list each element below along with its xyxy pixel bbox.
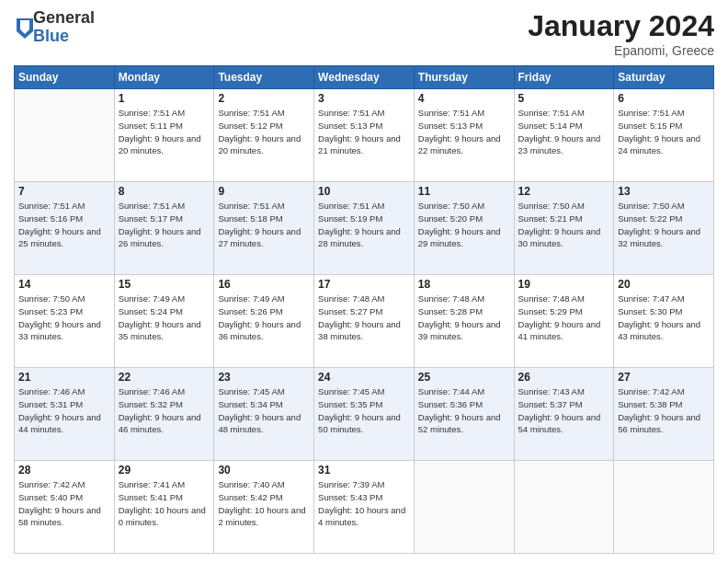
day-number: 30 [218,464,310,477]
logo-blue-text: Blue [33,28,95,46]
table-row: 17Sunrise: 7:48 AMSunset: 5:27 PMDayligh… [314,275,415,368]
day-number: 25 [418,371,510,384]
logo-text: General Blue [33,9,95,46]
table-row: 23Sunrise: 7:45 AMSunset: 5:34 PMDayligh… [214,368,314,461]
day-number: 2 [218,92,310,105]
table-row: 27Sunrise: 7:42 AMSunset: 5:38 PMDayligh… [614,368,714,461]
day-number: 7 [18,185,110,198]
table-row: 6Sunrise: 7:51 AMSunset: 5:15 PMDaylight… [614,89,714,182]
day-number: 24 [318,371,410,384]
day-info: Sunrise: 7:40 AMSunset: 5:42 PMDaylight:… [218,478,310,529]
page: General Blue January 2024 Epanomi, Greec… [0,0,728,563]
col-wednesday: Wednesday [314,66,415,89]
title-area: January 2024 Epanomi, Greece [528,9,714,58]
day-info: Sunrise: 7:51 AMSunset: 5:15 PMDaylight:… [618,107,710,157]
table-row: 22Sunrise: 7:46 AMSunset: 5:32 PMDayligh… [114,368,214,461]
day-number: 31 [318,464,410,477]
calendar-location: Epanomi, Greece [528,43,714,58]
day-number: 23 [218,371,310,384]
table-row: 8Sunrise: 7:51 AMSunset: 5:17 PMDaylight… [114,182,214,275]
day-number: 4 [418,92,510,105]
day-info: Sunrise: 7:50 AMSunset: 5:22 PMDaylight:… [618,200,710,250]
day-info: Sunrise: 7:48 AMSunset: 5:27 PMDaylight:… [318,293,410,343]
day-info: Sunrise: 7:50 AMSunset: 5:21 PMDaylight:… [518,200,610,250]
day-number: 12 [518,185,610,198]
table-row: 3Sunrise: 7:51 AMSunset: 5:13 PMDaylight… [314,89,415,182]
day-info: Sunrise: 7:45 AMSunset: 5:34 PMDaylight:… [218,385,310,436]
table-row [614,461,714,554]
day-number: 17 [318,278,410,291]
table-row: 4Sunrise: 7:51 AMSunset: 5:13 PMDaylight… [414,89,514,182]
day-info: Sunrise: 7:48 AMSunset: 5:28 PMDaylight:… [418,293,510,343]
calendar-week-row: 28Sunrise: 7:42 AMSunset: 5:40 PMDayligh… [15,461,714,554]
table-row [514,461,614,554]
logo-general-text: General [33,9,95,28]
day-info: Sunrise: 7:51 AMSunset: 5:19 PMDaylight:… [318,200,410,250]
day-info: Sunrise: 7:45 AMSunset: 5:35 PMDaylight:… [318,385,410,436]
table-row: 24Sunrise: 7:45 AMSunset: 5:35 PMDayligh… [314,368,415,461]
col-monday: Monday [114,66,214,89]
day-number: 13 [618,185,710,198]
table-row: 10Sunrise: 7:51 AMSunset: 5:19 PMDayligh… [314,182,415,275]
table-row: 15Sunrise: 7:49 AMSunset: 5:24 PMDayligh… [114,275,214,368]
day-info: Sunrise: 7:42 AMSunset: 5:38 PMDaylight:… [618,385,710,436]
day-number: 21 [18,371,110,384]
day-info: Sunrise: 7:51 AMSunset: 5:12 PMDaylight:… [218,107,310,157]
header-row: Sunday Monday Tuesday Wednesday Thursday… [15,66,714,89]
calendar-title: January 2024 [528,9,714,43]
day-info: Sunrise: 7:48 AMSunset: 5:29 PMDaylight:… [518,293,610,343]
table-row: 1Sunrise: 7:51 AMSunset: 5:11 PMDaylight… [114,89,214,182]
calendar-week-row: 1Sunrise: 7:51 AMSunset: 5:11 PMDaylight… [15,89,714,182]
table-row: 11Sunrise: 7:50 AMSunset: 5:20 PMDayligh… [414,182,514,275]
day-info: Sunrise: 7:51 AMSunset: 5:13 PMDaylight:… [318,107,410,157]
day-number: 22 [119,371,210,384]
table-row: 28Sunrise: 7:42 AMSunset: 5:40 PMDayligh… [15,461,115,554]
day-info: Sunrise: 7:49 AMSunset: 5:26 PMDaylight:… [218,293,310,343]
table-row [15,89,115,182]
day-number: 29 [119,464,210,477]
logo: General Blue [14,9,95,46]
day-number: 19 [518,278,610,291]
table-row: 13Sunrise: 7:50 AMSunset: 5:22 PMDayligh… [614,182,714,275]
day-info: Sunrise: 7:46 AMSunset: 5:31 PMDaylight:… [18,385,110,436]
day-info: Sunrise: 7:51 AMSunset: 5:13 PMDaylight:… [418,107,510,157]
day-number: 20 [618,278,710,291]
col-sunday: Sunday [15,66,115,89]
table-row: 30Sunrise: 7:40 AMSunset: 5:42 PMDayligh… [214,461,314,554]
table-row: 7Sunrise: 7:51 AMSunset: 5:16 PMDaylight… [15,182,115,275]
day-info: Sunrise: 7:43 AMSunset: 5:37 PMDaylight:… [518,385,610,436]
day-info: Sunrise: 7:44 AMSunset: 5:36 PMDaylight:… [418,385,510,436]
day-number: 5 [518,92,610,105]
calendar-week-row: 14Sunrise: 7:50 AMSunset: 5:23 PMDayligh… [15,275,714,368]
day-info: Sunrise: 7:46 AMSunset: 5:32 PMDaylight:… [119,385,210,436]
day-number: 26 [518,371,610,384]
day-info: Sunrise: 7:47 AMSunset: 5:30 PMDaylight:… [618,293,710,343]
day-number: 14 [18,278,110,291]
day-number: 8 [119,185,210,198]
day-number: 18 [418,278,510,291]
day-info: Sunrise: 7:41 AMSunset: 5:41 PMDaylight:… [119,478,210,529]
day-number: 1 [119,92,210,105]
col-thursday: Thursday [414,66,514,89]
day-number: 9 [218,185,310,198]
day-number: 28 [18,464,110,477]
table-row: 12Sunrise: 7:50 AMSunset: 5:21 PMDayligh… [514,182,614,275]
table-row: 2Sunrise: 7:51 AMSunset: 5:12 PMDaylight… [214,89,314,182]
col-saturday: Saturday [614,66,714,89]
table-row: 29Sunrise: 7:41 AMSunset: 5:41 PMDayligh… [114,461,214,554]
day-info: Sunrise: 7:42 AMSunset: 5:40 PMDaylight:… [18,478,110,529]
table-row: 5Sunrise: 7:51 AMSunset: 5:14 PMDaylight… [514,89,614,182]
logo-icon [17,18,33,39]
col-friday: Friday [514,66,614,89]
table-row: 16Sunrise: 7:49 AMSunset: 5:26 PMDayligh… [214,275,314,368]
day-info: Sunrise: 7:50 AMSunset: 5:23 PMDaylight:… [18,293,110,343]
day-info: Sunrise: 7:51 AMSunset: 5:11 PMDaylight:… [119,107,210,157]
calendar-week-row: 21Sunrise: 7:46 AMSunset: 5:31 PMDayligh… [15,368,714,461]
col-tuesday: Tuesday [214,66,314,89]
day-info: Sunrise: 7:51 AMSunset: 5:18 PMDaylight:… [218,200,310,250]
table-row: 14Sunrise: 7:50 AMSunset: 5:23 PMDayligh… [15,275,115,368]
day-info: Sunrise: 7:51 AMSunset: 5:16 PMDaylight:… [18,200,110,250]
day-number: 6 [618,92,710,105]
day-info: Sunrise: 7:50 AMSunset: 5:20 PMDaylight:… [418,200,510,250]
table-row [414,461,514,554]
